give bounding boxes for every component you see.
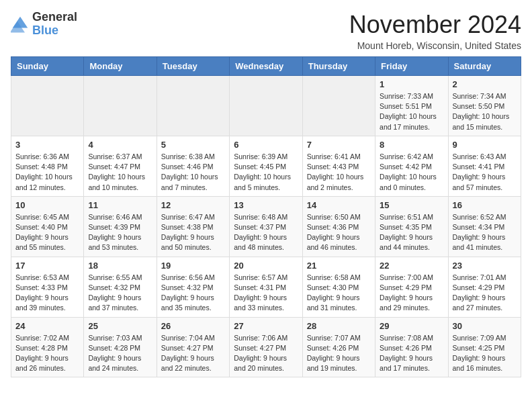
calendar-cell: 5Sunrise: 6:38 AM Sunset: 4:46 PM Daylig… <box>157 136 229 196</box>
calendar-cell: 6Sunrise: 6:39 AM Sunset: 4:45 PM Daylig… <box>230 136 302 196</box>
day-number: 2 <box>453 79 517 89</box>
weekday-header-saturday: Saturday <box>448 57 521 76</box>
logo-blue-text: Blue <box>32 24 58 37</box>
day-number: 10 <box>15 200 79 210</box>
day-info: Sunrise: 7:33 AM Sunset: 5:51 PM Dayligh… <box>380 91 443 132</box>
day-number: 25 <box>88 321 152 331</box>
day-info: Sunrise: 7:03 AM Sunset: 4:28 PM Dayligh… <box>88 333 152 374</box>
day-number: 13 <box>234 200 298 210</box>
calendar-cell: 26Sunrise: 7:04 AM Sunset: 4:27 PM Dayli… <box>157 317 229 377</box>
day-number: 5 <box>161 140 225 150</box>
calendar-cell: 16Sunrise: 6:52 AM Sunset: 4:34 PM Dayli… <box>448 196 521 257</box>
page-header: General Blue November 2024 Mount Horeb, … <box>11 11 521 51</box>
day-info: Sunrise: 6:47 AM Sunset: 4:38 PM Dayligh… <box>161 212 225 253</box>
day-info: Sunrise: 7:34 AM Sunset: 5:50 PM Dayligh… <box>453 91 517 132</box>
day-info: Sunrise: 6:55 AM Sunset: 4:32 PM Dayligh… <box>88 273 152 314</box>
day-number: 24 <box>15 321 79 331</box>
day-info: Sunrise: 7:07 AM Sunset: 4:26 PM Dayligh… <box>307 333 371 374</box>
day-info: Sunrise: 6:50 AM Sunset: 4:36 PM Dayligh… <box>307 212 371 253</box>
day-number: 12 <box>161 200 225 210</box>
weekday-header-sunday: Sunday <box>11 57 84 76</box>
calendar-week-3: 10Sunrise: 6:45 AM Sunset: 4:40 PM Dayli… <box>11 196 521 257</box>
day-number: 3 <box>15 140 79 150</box>
calendar-cell: 28Sunrise: 7:07 AM Sunset: 4:26 PM Dayli… <box>302 317 375 377</box>
day-info: Sunrise: 6:39 AM Sunset: 4:45 PM Dayligh… <box>234 152 298 193</box>
calendar-cell: 14Sunrise: 6:50 AM Sunset: 4:36 PM Dayli… <box>302 196 375 257</box>
calendar-week-5: 24Sunrise: 7:02 AM Sunset: 4:28 PM Dayli… <box>11 317 521 377</box>
calendar-cell: 25Sunrise: 7:03 AM Sunset: 4:28 PM Dayli… <box>84 317 157 377</box>
calendar-cell <box>157 76 229 136</box>
day-number: 11 <box>88 200 152 210</box>
day-info: Sunrise: 7:01 AM Sunset: 4:29 PM Dayligh… <box>453 273 517 314</box>
calendar-cell: 1Sunrise: 7:33 AM Sunset: 5:51 PM Daylig… <box>375 76 448 136</box>
day-number: 29 <box>380 321 443 331</box>
day-number: 7 <box>307 140 371 150</box>
day-number: 19 <box>161 261 225 271</box>
day-number: 17 <box>15 261 79 271</box>
calendar-week-1: 1Sunrise: 7:33 AM Sunset: 5:51 PM Daylig… <box>11 76 521 136</box>
day-info: Sunrise: 7:06 AM Sunset: 4:27 PM Dayligh… <box>234 333 298 374</box>
day-number: 9 <box>453 140 517 150</box>
logo-general: General <box>32 10 77 24</box>
calendar-cell <box>84 76 157 136</box>
day-number: 4 <box>88 140 152 150</box>
logo-text: General Blue <box>32 11 77 38</box>
day-info: Sunrise: 6:45 AM Sunset: 4:40 PM Dayligh… <box>15 212 79 253</box>
day-number: 6 <box>234 140 298 150</box>
day-info: Sunrise: 6:41 AM Sunset: 4:43 PM Dayligh… <box>307 152 371 193</box>
title-block: November 2024 Mount Horeb, Wisconsin, Un… <box>349 11 521 51</box>
calendar-cell: 7Sunrise: 6:41 AM Sunset: 4:43 PM Daylig… <box>302 136 375 196</box>
month-year-title: November 2024 <box>349 11 521 39</box>
logo: General Blue <box>11 11 77 38</box>
calendar-cell: 27Sunrise: 7:06 AM Sunset: 4:27 PM Dayli… <box>230 317 302 377</box>
day-info: Sunrise: 6:56 AM Sunset: 4:32 PM Dayligh… <box>161 273 225 314</box>
calendar-cell: 9Sunrise: 6:43 AM Sunset: 4:41 PM Daylig… <box>448 136 521 196</box>
day-number: 18 <box>88 261 152 271</box>
calendar-cell <box>11 76 84 136</box>
calendar-cell: 19Sunrise: 6:56 AM Sunset: 4:32 PM Dayli… <box>157 257 229 317</box>
day-number: 21 <box>307 261 371 271</box>
weekday-header-monday: Monday <box>84 57 157 76</box>
day-info: Sunrise: 6:37 AM Sunset: 4:47 PM Dayligh… <box>88 152 152 193</box>
weekday-header-thursday: Thursday <box>302 57 375 76</box>
day-number: 20 <box>234 261 298 271</box>
day-info: Sunrise: 6:42 AM Sunset: 4:42 PM Dayligh… <box>380 152 443 193</box>
calendar-cell: 30Sunrise: 7:09 AM Sunset: 4:25 PM Dayli… <box>448 317 521 377</box>
calendar-cell <box>230 76 302 136</box>
calendar-cell: 17Sunrise: 6:53 AM Sunset: 4:33 PM Dayli… <box>11 257 84 317</box>
calendar-cell: 10Sunrise: 6:45 AM Sunset: 4:40 PM Dayli… <box>11 196 84 257</box>
weekday-header-row: SundayMondayTuesdayWednesdayThursdayFrid… <box>11 57 521 76</box>
weekday-header-wednesday: Wednesday <box>230 57 302 76</box>
calendar-cell: 8Sunrise: 6:42 AM Sunset: 4:42 PM Daylig… <box>375 136 448 196</box>
day-info: Sunrise: 6:46 AM Sunset: 4:39 PM Dayligh… <box>88 212 152 253</box>
day-info: Sunrise: 6:52 AM Sunset: 4:34 PM Dayligh… <box>453 212 517 253</box>
day-number: 22 <box>380 261 443 271</box>
calendar-week-4: 17Sunrise: 6:53 AM Sunset: 4:33 PM Dayli… <box>11 257 521 317</box>
location-subtitle: Mount Horeb, Wisconsin, United States <box>349 40 521 51</box>
day-info: Sunrise: 6:36 AM Sunset: 4:48 PM Dayligh… <box>15 152 79 193</box>
calendar-week-2: 3Sunrise: 6:36 AM Sunset: 4:48 PM Daylig… <box>11 136 521 196</box>
day-info: Sunrise: 6:53 AM Sunset: 4:33 PM Dayligh… <box>15 273 79 314</box>
calendar-cell: 15Sunrise: 6:51 AM Sunset: 4:35 PM Dayli… <box>375 196 448 257</box>
day-number: 1 <box>380 79 443 89</box>
day-info: Sunrise: 6:38 AM Sunset: 4:46 PM Dayligh… <box>161 152 225 193</box>
calendar-cell: 2Sunrise: 7:34 AM Sunset: 5:50 PM Daylig… <box>448 76 521 136</box>
day-info: Sunrise: 7:00 AM Sunset: 4:29 PM Dayligh… <box>380 273 443 314</box>
day-number: 28 <box>307 321 371 331</box>
calendar-cell: 21Sunrise: 6:58 AM Sunset: 4:30 PM Dayli… <box>302 257 375 317</box>
calendar-cell: 3Sunrise: 6:36 AM Sunset: 4:48 PM Daylig… <box>11 136 84 196</box>
day-info: Sunrise: 7:09 AM Sunset: 4:25 PM Dayligh… <box>453 333 517 374</box>
day-number: 26 <box>161 321 225 331</box>
calendar-cell: 22Sunrise: 7:00 AM Sunset: 4:29 PM Dayli… <box>375 257 448 317</box>
day-number: 14 <box>307 200 371 210</box>
day-number: 27 <box>234 321 298 331</box>
calendar-cell: 20Sunrise: 6:57 AM Sunset: 4:31 PM Dayli… <box>230 257 302 317</box>
calendar-cell: 23Sunrise: 7:01 AM Sunset: 4:29 PM Dayli… <box>448 257 521 317</box>
day-number: 15 <box>380 200 443 210</box>
calendar-cell: 13Sunrise: 6:48 AM Sunset: 4:37 PM Dayli… <box>230 196 302 257</box>
weekday-header-tuesday: Tuesday <box>157 57 229 76</box>
day-number: 23 <box>453 261 517 271</box>
calendar-table: SundayMondayTuesdayWednesdayThursdayFrid… <box>11 56 521 377</box>
calendar-cell <box>302 76 375 136</box>
calendar-cell: 18Sunrise: 6:55 AM Sunset: 4:32 PM Dayli… <box>84 257 157 317</box>
